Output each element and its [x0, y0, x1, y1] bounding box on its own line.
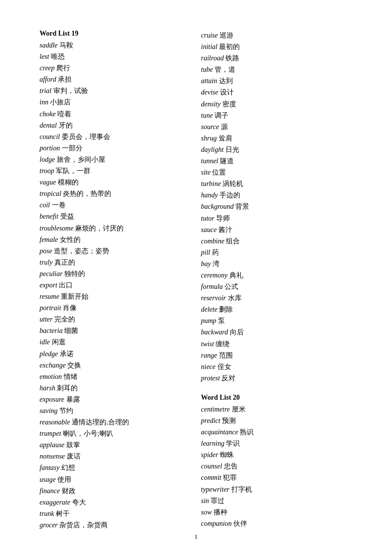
list-item: pump 泵 [201, 315, 353, 326]
word-en: cruise [201, 32, 218, 39]
word-zh: 鼓掌 [66, 441, 80, 449]
word-zh: 密度 [222, 100, 236, 108]
word-zh: 巡游 [219, 32, 233, 39]
word-zh: 闲逛 [52, 338, 66, 346]
word-en: formula [201, 283, 223, 290]
word-en: exchange [40, 362, 66, 369]
word-en: peculiar [40, 270, 63, 278]
list-item: railroad 铁路 [201, 52, 353, 64]
word-zh: 药 [212, 249, 219, 256]
word-en: applause [40, 441, 65, 449]
list-item: trial 审判，试验 [40, 85, 191, 96]
word-zh: 侄女 [218, 363, 231, 370]
word-zh: 隧道 [220, 157, 234, 165]
word-en: tutor [201, 215, 215, 222]
word-en: troublesome [40, 225, 74, 232]
list-item: truly 真正的 [40, 257, 191, 268]
list-item: resume 重新开始 [40, 291, 191, 302]
list-item: grocer 杂货店，杂货商 [40, 519, 191, 531]
list-item: sow 播种 [201, 507, 353, 518]
word-en: sauce [201, 226, 217, 233]
word-en: devise [201, 89, 218, 96]
list-item: sin 罪过 [201, 495, 353, 507]
word-en: range [201, 352, 218, 359]
list-item: emotion 情绪 [40, 371, 191, 382]
word-en: protest [201, 374, 220, 382]
list-item: turbine 涡轮机 [201, 178, 353, 189]
word-en: exposure [40, 396, 64, 403]
word-zh: 审判，试验 [53, 87, 88, 94]
right-entries-list20: centimetre 厘米predict 预测acquaintance 熟识le… [201, 404, 353, 529]
list-item: cruise 巡游 [201, 30, 353, 41]
word-en: bay [201, 260, 211, 268]
word-en: predict [201, 417, 220, 424]
word-zh: 位置 [212, 169, 226, 176]
word-zh: 交换 [67, 362, 81, 369]
word-en: trumpet [40, 430, 61, 437]
list-item: saddle 马鞍 [40, 40, 191, 51]
word-en: ceremony [201, 272, 228, 279]
list-item: predict 预测 [201, 415, 353, 426]
word-en: inn [40, 98, 48, 106]
word-en: benefit [40, 213, 58, 220]
list-item: applause 鼓掌 [40, 439, 191, 451]
list-item: female 女性的 [40, 234, 191, 245]
list-item: bacteria 细菌 [40, 325, 191, 336]
page: Word List 19 saddle 马鞍lest 唯恐creep 爬行aff… [0, 0, 392, 555]
list-item: vague 模糊的 [40, 177, 191, 188]
word-en: reservoir [201, 294, 226, 302]
word-zh: 播种 [214, 509, 227, 516]
word-zh: 马鞍 [59, 42, 73, 49]
word-en: grocer [40, 521, 58, 529]
word-zh: 水库 [228, 294, 242, 302]
word-zh: 典礼 [229, 272, 243, 279]
word-en: tube [201, 66, 213, 73]
list-item: trunk 树干 [40, 508, 191, 519]
word-en: usage [40, 476, 56, 483]
word-en: site [201, 169, 211, 176]
word-zh: 日光 [225, 146, 239, 153]
list-item: fantasy 幻想 [40, 462, 191, 473]
list-item: portrait 肖像 [40, 302, 191, 314]
word-en: resume [40, 293, 59, 300]
word-en: centimetre [201, 406, 230, 413]
list-item: coil 一卷 [40, 199, 191, 211]
word-en: portion [40, 144, 60, 152]
word-zh: 源 [221, 123, 228, 131]
list-item: handy 手边的 [201, 189, 353, 201]
word-zh: 暴露 [66, 396, 80, 403]
word-zh: 幻想 [61, 464, 75, 471]
word-zh: 受益 [60, 213, 74, 220]
word-zh: 背景 [235, 203, 249, 210]
word-zh: 真正的 [54, 259, 75, 266]
word-zh: 情绪 [64, 373, 78, 380]
list-item: export 出口 [40, 279, 191, 291]
word-en: tune [201, 112, 213, 119]
word-en: learning [201, 440, 224, 447]
list-item: combine 组合 [201, 235, 353, 247]
list-item: protest 反对 [201, 372, 353, 384]
list-item: troop 军队，一群 [40, 165, 191, 177]
word-en: density [201, 100, 221, 108]
word-zh: 最初的 [219, 43, 240, 50]
list-item: twist 缠绕 [201, 338, 353, 350]
list-item: lest 唯恐 [40, 51, 191, 62]
word-zh: 打字机 [231, 486, 252, 493]
word-en: harsh [40, 384, 55, 392]
word-en: daylight [201, 146, 224, 153]
word-zh: 罪过 [211, 497, 224, 505]
word-zh: 组合 [226, 237, 240, 245]
word-en: pump [201, 317, 217, 324]
word-zh: 伙伴 [233, 520, 247, 527]
word-zh: 废话 [67, 453, 81, 460]
word-zh: 管，道 [215, 66, 235, 73]
word-zh: 犯罪 [223, 474, 237, 481]
list-item: shrug 耸肩 [201, 133, 353, 144]
list-item: delete 删除 [201, 304, 353, 315]
word-en: bacteria [40, 327, 63, 334]
word-zh: 女性的 [60, 236, 81, 243]
list-item: tube 管，道 [201, 64, 353, 75]
word-zh: 学识 [226, 440, 240, 447]
word-zh: 湾 [213, 260, 219, 268]
word-zh: 炎热的，热带的 [63, 190, 111, 197]
